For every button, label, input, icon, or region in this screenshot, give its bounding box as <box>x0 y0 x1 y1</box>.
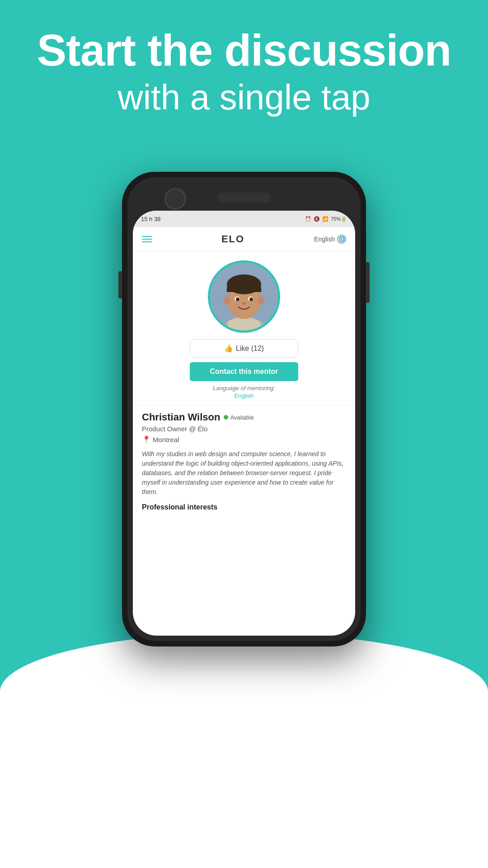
svg-point-9 <box>236 297 239 301</box>
phone-outer-shell: 15 h 38 ⏰ 🔇 📶 75%🔋 ELO <box>122 172 366 646</box>
power-button <box>366 262 370 303</box>
location-row: 📍 Montreal <box>142 435 346 444</box>
mentor-name: Christian Wilson <box>142 411 220 423</box>
earpiece-speaker <box>217 193 271 203</box>
mute-icon: 🔇 <box>314 216 320 222</box>
app-bar: ELO English 🌐 <box>133 227 355 251</box>
language-selector[interactable]: English 🌐 <box>314 235 346 244</box>
white-curve-decoration <box>0 633 488 868</box>
hamburger-menu[interactable] <box>142 236 152 242</box>
name-row: Christian Wilson Available <box>142 411 346 423</box>
profile-info: Christian Wilson Available Product Owner… <box>133 406 355 511</box>
language-of-mentoring-label: Language of mentoring: <box>142 385 346 392</box>
app-logo: ELO <box>221 233 244 245</box>
contact-mentor-button[interactable]: Contact this mentor <box>190 362 298 381</box>
like-label: Like (12) <box>236 344 264 353</box>
professional-interests-title: Professional interests <box>142 503 346 511</box>
volume-button <box>118 271 122 298</box>
header-title-line2: with a single tap <box>36 78 452 117</box>
location-text: Montreal <box>153 436 179 443</box>
header-title-line1: Start the discussion <box>36 27 452 74</box>
status-time: 15 h 38 <box>141 216 160 222</box>
globe-icon: 🌐 <box>337 235 346 244</box>
availability-badge: Available <box>224 414 254 421</box>
wifi-icon: 📶 <box>322 216 328 222</box>
profile-header: 👍 Like (12) Contact this mentor Language… <box>133 251 355 399</box>
avatar-svg <box>210 263 278 330</box>
availability-label: Available <box>230 414 254 421</box>
front-camera-sensor <box>313 190 324 201</box>
front-camera <box>164 188 186 210</box>
language-label: English <box>314 236 335 243</box>
hamburger-line2 <box>142 239 152 240</box>
alarm-icon: ⏰ <box>305 216 311 222</box>
svg-point-10 <box>249 297 253 301</box>
phone-inner-shell: 15 h 38 ⏰ 🔇 📶 75%🔋 ELO <box>127 177 361 641</box>
status-icons: ⏰ 🔇 📶 75%🔋 <box>305 216 347 222</box>
thumbs-up-icon: 👍 <box>224 344 233 353</box>
avatar <box>208 260 280 333</box>
header-section: Start the discussion with a single tap <box>0 27 488 117</box>
svg-point-5 <box>224 297 230 305</box>
bio-text: With my studies in web design and comput… <box>142 449 346 497</box>
hamburger-line3 <box>142 241 152 242</box>
battery-text: 75%🔋 <box>331 216 347 222</box>
location-pin-icon: 📍 <box>142 435 151 444</box>
phone-container: 15 h 38 ⏰ 🔇 📶 75%🔋 ELO <box>122 172 366 646</box>
status-bar: 15 h 38 ⏰ 🔇 📶 75%🔋 <box>133 211 355 227</box>
available-dot <box>224 415 228 420</box>
svg-point-6 <box>258 297 264 305</box>
contact-mentor-label: Contact this mentor <box>210 368 278 375</box>
phone-screen: 15 h 38 ⏰ 🔇 📶 75%🔋 ELO <box>133 211 355 636</box>
hamburger-line1 <box>142 236 152 237</box>
language-of-mentoring-value: English <box>142 392 346 399</box>
job-title: Product Owner @ Élo <box>142 425 346 433</box>
like-button[interactable]: 👍 Like (12) <box>190 339 298 358</box>
